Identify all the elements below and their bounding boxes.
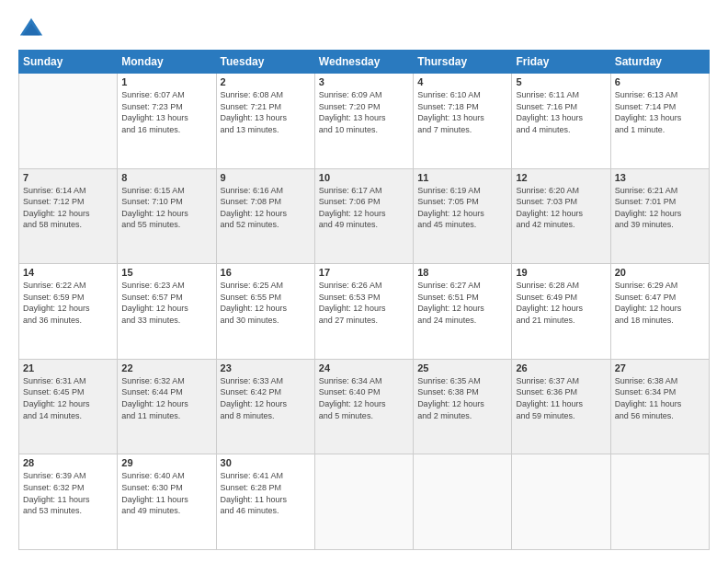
- calendar-cell: 2Sunrise: 6:08 AM Sunset: 7:21 PM Daylig…: [216, 74, 314, 169]
- calendar-cell: 19Sunrise: 6:28 AM Sunset: 6:49 PM Dayli…: [512, 264, 610, 360]
- calendar-cell: 6Sunrise: 6:13 AM Sunset: 7:14 PM Daylig…: [610, 74, 709, 169]
- day-number: 8: [121, 172, 211, 183]
- calendar-cell: 25Sunrise: 6:35 AM Sunset: 6:38 PM Dayli…: [414, 359, 512, 454]
- calendar-cell: 18Sunrise: 6:27 AM Sunset: 6:51 PM Dayli…: [414, 264, 512, 360]
- calendar-cell: 20Sunrise: 6:29 AM Sunset: 6:47 PM Dayli…: [610, 264, 709, 360]
- day-number: 12: [516, 172, 606, 183]
- day-number: 11: [417, 172, 507, 183]
- calendar-cell: 16Sunrise: 6:25 AM Sunset: 6:55 PM Dayli…: [216, 264, 314, 360]
- day-info: Sunrise: 6:10 AM Sunset: 7:18 PM Dayligh…: [417, 89, 507, 135]
- day-number: 23: [221, 362, 311, 373]
- day-info: Sunrise: 6:09 AM Sunset: 7:20 PM Dayligh…: [319, 89, 409, 135]
- calendar-cell: 5Sunrise: 6:11 AM Sunset: 7:16 PM Daylig…: [512, 74, 610, 169]
- calendar-cell: 12Sunrise: 6:20 AM Sunset: 7:03 PM Dayli…: [512, 168, 610, 264]
- day-number: 5: [516, 76, 606, 87]
- calendar-cell: [19, 74, 118, 169]
- day-number: 25: [417, 362, 507, 373]
- calendar-cell: 29Sunrise: 6:40 AM Sunset: 6:30 PM Dayli…: [118, 454, 216, 550]
- page: SundayMondayTuesdayWednesdayThursdayFrid…: [0, 0, 728, 563]
- calendar-cell: 23Sunrise: 6:33 AM Sunset: 6:42 PM Dayli…: [216, 359, 314, 454]
- calendar-cell: 15Sunrise: 6:23 AM Sunset: 6:57 PM Dayli…: [118, 264, 216, 360]
- day-info: Sunrise: 6:19 AM Sunset: 7:05 PM Dayligh…: [417, 185, 507, 231]
- calendar-cell: [610, 454, 709, 550]
- calendar-cell: 10Sunrise: 6:17 AM Sunset: 7:06 PM Dayli…: [314, 168, 413, 264]
- day-info: Sunrise: 6:14 AM Sunset: 7:12 PM Dayligh…: [23, 185, 113, 231]
- day-info: Sunrise: 6:40 AM Sunset: 6:30 PM Dayligh…: [121, 470, 211, 516]
- day-info: Sunrise: 6:15 AM Sunset: 7:10 PM Dayligh…: [121, 185, 211, 231]
- day-info: Sunrise: 6:35 AM Sunset: 6:38 PM Dayligh…: [417, 375, 507, 421]
- calendar-cell: 21Sunrise: 6:31 AM Sunset: 6:45 PM Dayli…: [19, 359, 118, 454]
- day-info: Sunrise: 6:34 AM Sunset: 6:40 PM Dayligh…: [319, 375, 409, 421]
- day-number: 26: [516, 362, 606, 373]
- day-info: Sunrise: 6:20 AM Sunset: 7:03 PM Dayligh…: [516, 185, 606, 231]
- day-number: 20: [615, 267, 705, 278]
- col-header-monday: Monday: [118, 51, 216, 74]
- day-info: Sunrise: 6:11 AM Sunset: 7:16 PM Dayligh…: [516, 89, 606, 135]
- calendar-cell: 4Sunrise: 6:10 AM Sunset: 7:18 PM Daylig…: [414, 74, 512, 169]
- day-info: Sunrise: 6:16 AM Sunset: 7:08 PM Dayligh…: [221, 185, 311, 231]
- day-info: Sunrise: 6:39 AM Sunset: 6:32 PM Dayligh…: [23, 470, 113, 516]
- calendar-cell: 1Sunrise: 6:07 AM Sunset: 7:23 PM Daylig…: [118, 74, 216, 169]
- day-info: Sunrise: 6:27 AM Sunset: 6:51 PM Dayligh…: [417, 280, 507, 326]
- day-number: 10: [319, 172, 409, 183]
- day-info: Sunrise: 6:29 AM Sunset: 6:47 PM Dayligh…: [615, 280, 705, 326]
- calendar-cell: 24Sunrise: 6:34 AM Sunset: 6:40 PM Dayli…: [314, 359, 413, 454]
- calendar-week-row: 7Sunrise: 6:14 AM Sunset: 7:12 PM Daylig…: [19, 168, 710, 264]
- calendar-cell: 14Sunrise: 6:22 AM Sunset: 6:59 PM Dayli…: [19, 264, 118, 360]
- day-number: 3: [319, 76, 409, 87]
- day-info: Sunrise: 6:21 AM Sunset: 7:01 PM Dayligh…: [615, 185, 705, 231]
- day-info: Sunrise: 6:33 AM Sunset: 6:42 PM Dayligh…: [221, 375, 311, 421]
- calendar-cell: 9Sunrise: 6:16 AM Sunset: 7:08 PM Daylig…: [216, 168, 314, 264]
- col-header-thursday: Thursday: [414, 51, 512, 74]
- day-number: 4: [417, 76, 507, 87]
- col-header-wednesday: Wednesday: [314, 51, 413, 74]
- col-header-friday: Friday: [512, 51, 610, 74]
- calendar-cell: [314, 454, 413, 550]
- day-info: Sunrise: 6:13 AM Sunset: 7:14 PM Dayligh…: [615, 89, 705, 135]
- col-header-tuesday: Tuesday: [216, 51, 314, 74]
- calendar-cell: 11Sunrise: 6:19 AM Sunset: 7:05 PM Dayli…: [414, 168, 512, 264]
- day-info: Sunrise: 6:38 AM Sunset: 6:34 PM Dayligh…: [615, 375, 705, 421]
- day-number: 19: [516, 267, 606, 278]
- calendar-table: SundayMondayTuesdayWednesdayThursdayFrid…: [18, 50, 710, 550]
- day-number: 21: [23, 362, 113, 373]
- calendar-header-row: SundayMondayTuesdayWednesdayThursdayFrid…: [19, 51, 710, 74]
- calendar-cell: 28Sunrise: 6:39 AM Sunset: 6:32 PM Dayli…: [19, 454, 118, 550]
- day-info: Sunrise: 6:17 AM Sunset: 7:06 PM Dayligh…: [319, 185, 409, 231]
- calendar-week-row: 14Sunrise: 6:22 AM Sunset: 6:59 PM Dayli…: [19, 264, 710, 360]
- calendar-week-row: 28Sunrise: 6:39 AM Sunset: 6:32 PM Dayli…: [19, 454, 710, 550]
- day-number: 15: [121, 267, 211, 278]
- calendar-cell: 8Sunrise: 6:15 AM Sunset: 7:10 PM Daylig…: [118, 168, 216, 264]
- calendar-cell: 3Sunrise: 6:09 AM Sunset: 7:20 PM Daylig…: [314, 74, 413, 169]
- header: [18, 17, 710, 42]
- calendar-cell: 7Sunrise: 6:14 AM Sunset: 7:12 PM Daylig…: [19, 168, 118, 264]
- day-info: Sunrise: 6:41 AM Sunset: 6:28 PM Dayligh…: [221, 470, 311, 516]
- day-info: Sunrise: 6:22 AM Sunset: 6:59 PM Dayligh…: [23, 280, 113, 326]
- day-info: Sunrise: 6:25 AM Sunset: 6:55 PM Dayligh…: [221, 280, 311, 326]
- day-info: Sunrise: 6:26 AM Sunset: 6:53 PM Dayligh…: [319, 280, 409, 326]
- day-number: 27: [615, 362, 705, 373]
- day-number: 7: [23, 172, 113, 183]
- col-header-sunday: Sunday: [19, 51, 118, 74]
- day-number: 24: [319, 362, 409, 373]
- calendar-cell: 30Sunrise: 6:41 AM Sunset: 6:28 PM Dayli…: [216, 454, 314, 550]
- day-number: 6: [615, 76, 705, 87]
- day-number: 9: [221, 172, 311, 183]
- calendar-cell: 26Sunrise: 6:37 AM Sunset: 6:36 PM Dayli…: [512, 359, 610, 454]
- calendar-cell: [414, 454, 512, 550]
- day-number: 28: [23, 457, 113, 468]
- day-info: Sunrise: 6:23 AM Sunset: 6:57 PM Dayligh…: [121, 280, 211, 326]
- logo: [18, 17, 48, 42]
- calendar-cell: [512, 454, 610, 550]
- day-number: 29: [121, 457, 211, 468]
- day-number: 1: [121, 76, 211, 87]
- day-info: Sunrise: 6:08 AM Sunset: 7:21 PM Dayligh…: [221, 89, 311, 135]
- day-number: 16: [221, 267, 311, 278]
- day-number: 17: [319, 267, 409, 278]
- day-number: 2: [221, 76, 311, 87]
- calendar-cell: 27Sunrise: 6:38 AM Sunset: 6:34 PM Dayli…: [610, 359, 709, 454]
- calendar-cell: 13Sunrise: 6:21 AM Sunset: 7:01 PM Dayli…: [610, 168, 709, 264]
- calendar-cell: 17Sunrise: 6:26 AM Sunset: 6:53 PM Dayli…: [314, 264, 413, 360]
- day-info: Sunrise: 6:07 AM Sunset: 7:23 PM Dayligh…: [121, 89, 211, 135]
- day-info: Sunrise: 6:31 AM Sunset: 6:45 PM Dayligh…: [23, 375, 113, 421]
